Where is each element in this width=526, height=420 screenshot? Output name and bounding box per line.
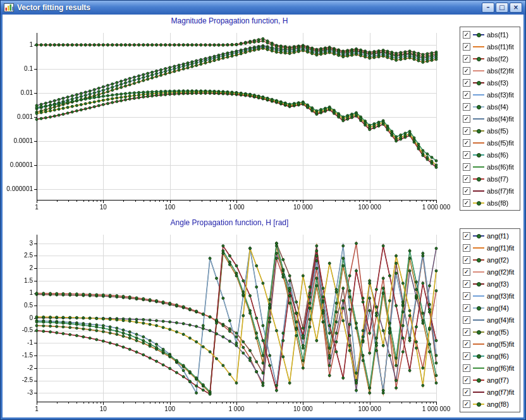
legend-label: ang(f3)fit [487,292,514,300]
app-chart-icon [4,3,14,12]
legend-item: ✓abs(f5) [463,125,517,137]
legend-swatch [473,341,484,347]
legend-item: ✓ang(f5)fit [463,338,517,350]
legend-checkbox[interactable]: ✓ [463,67,470,75]
legend-item: ✓ang(f5) [463,326,517,338]
legend-checkbox[interactable]: ✓ [463,79,470,87]
legend-item: ✓abs(f4) [463,101,517,113]
legend-checkbox[interactable]: ✓ [463,388,470,396]
legend-swatch [473,116,484,122]
legend-swatch [473,353,484,359]
legend-checkbox[interactable]: ✓ [463,340,470,348]
angle-plot [4,228,455,416]
legend-item: ✓abs(f8) [463,197,517,209]
legend-item: ✓abs(f1) [463,28,517,40]
legend-item: ✓ang(f4)fit [463,314,517,326]
magnitude-plot [4,27,455,214]
legend-label: abs(f2) [487,55,508,63]
close-button[interactable]: × [510,3,522,13]
legend-item: ✓abs(f2)fit [463,65,517,77]
maximize-button[interactable]: □ [496,3,508,13]
legend-label: ang(f6) [487,352,509,360]
legend-checkbox[interactable]: ✓ [463,400,470,408]
legend-checkbox[interactable]: ✓ [463,364,470,372]
legend-swatch [473,200,484,206]
legend-checkbox[interactable]: ✓ [463,376,470,384]
legend-checkbox[interactable]: ✓ [463,163,470,171]
legend-checkbox[interactable]: ✓ [463,280,470,288]
legend-label: ang(f4) [487,304,509,312]
legend-swatch [473,269,484,275]
legend-checkbox[interactable]: ✓ [463,244,470,252]
series-marker-icon [477,201,481,206]
legend-label: ang(f5)fit [487,340,514,348]
legend-label: abs(f5)fit [487,139,514,147]
legend-swatch [473,281,484,287]
legend-swatch [473,305,484,311]
legend-item: ✓ang(f6) [463,350,517,362]
legend-checkbox[interactable]: ✓ [463,304,470,312]
legend-swatch [473,140,484,146]
legend-checkbox[interactable]: ✓ [463,316,470,324]
legend-item: ✓ang(f7) [463,374,517,386]
series-marker-icon [477,306,481,311]
legend-item: ✓abs(f3) [463,77,517,89]
legend-checkbox[interactable]: ✓ [463,91,470,99]
legend-label: abs(f8) [487,199,508,207]
legend-checkbox[interactable]: ✓ [463,187,470,195]
legend-checkbox[interactable]: ✓ [463,127,470,135]
legend-label: abs(f6) [487,151,508,159]
legend-checkbox[interactable]: ✓ [463,328,470,336]
legend-label: abs(f4) [487,103,508,111]
legend-checkbox[interactable]: ✓ [463,292,470,300]
legend-label: abs(f1)fit [487,43,514,51]
magnitude-legend: ✓abs(f1)✓abs(f1)fit✓abs(f2)✓abs(f2)fit✓a… [460,27,520,211]
legend-swatch [473,377,484,383]
legend-item: ✓ang(f2)fit [463,266,517,278]
legend-swatch [473,257,484,263]
legend-swatch [473,32,484,38]
legend-checkbox[interactable]: ✓ [463,151,470,159]
angle-legend: ✓ang(f1)✓ang(f1)fit✓ang(f2)✓ang(f2)fit✓a… [460,228,520,412]
legend-item: ✓abs(f7) [463,173,517,185]
series-marker-icon [477,81,481,85]
legend-checkbox[interactable]: ✓ [463,352,470,360]
legend-item: ✓ang(f3)fit [463,290,517,302]
legend-swatch [473,317,484,323]
angle-panel: Angle Propagation function, H [rad] ✓ang… [3,216,523,418]
legend-checkbox[interactable]: ✓ [463,175,470,183]
legend-item: ✓abs(f7)fit [463,185,517,197]
legend-checkbox[interactable]: ✓ [463,256,470,264]
titlebar[interactable]: Vector fitting results – □ × [1,1,525,15]
legend-label: ang(f7)fit [487,388,514,396]
series-marker-icon [477,282,481,287]
series-marker-icon [477,153,481,158]
legend-checkbox[interactable]: ✓ [463,199,470,207]
legend-item: ✓ang(f7)fit [463,386,517,398]
window-controls: – □ × [482,3,522,13]
legend-swatch [473,176,484,182]
legend-checkbox[interactable]: ✓ [463,139,470,147]
legend-checkbox[interactable]: ✓ [463,268,470,276]
legend-item: ✓abs(f3)fit [463,89,517,101]
legend-item: ✓ang(f4) [463,302,517,314]
legend-checkbox[interactable]: ✓ [463,55,470,63]
legend-swatch [473,329,484,335]
legend-label: ang(f1) [487,232,509,240]
legend-checkbox[interactable]: ✓ [463,43,470,51]
series-marker-icon [477,234,481,238]
series-marker-icon [477,402,481,407]
legend-swatch [473,188,484,194]
legend-swatch [473,245,484,251]
legend-checkbox[interactable]: ✓ [463,103,470,111]
legend-label: ang(f3) [487,280,509,288]
minimize-button[interactable]: – [482,3,494,13]
legend-checkbox[interactable]: ✓ [463,232,470,240]
legend-checkbox[interactable]: ✓ [463,31,470,39]
legend-label: abs(f2)fit [487,67,514,75]
window-title: Vector fitting results [17,3,90,12]
legend-swatch [473,56,484,62]
legend-label: ang(f7) [487,376,509,384]
series-marker-icon [477,33,481,37]
legend-checkbox[interactable]: ✓ [463,115,470,123]
